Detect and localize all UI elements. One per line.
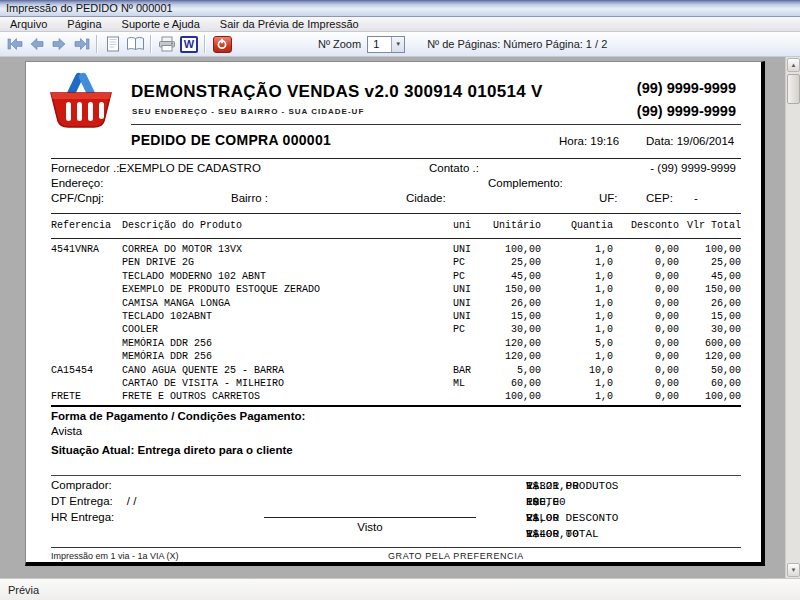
menu-pagina[interactable]: Página — [57, 17, 111, 32]
export-word-button[interactable]: W — [178, 34, 200, 55]
zoom-dropdown[interactable]: 1 ▼ — [367, 36, 405, 53]
vertical-scrollbar[interactable]: ▲ ▼ — [785, 57, 800, 578]
cell-tot: 120,00 — [679, 350, 741, 363]
cell-disc: 0,00 — [613, 243, 679, 256]
two-page-view-button[interactable] — [124, 34, 146, 55]
cell-ref — [51, 310, 122, 323]
pages-info: Nº de Páginas: Número Página: 1 / 2 — [427, 38, 607, 50]
zoom-label: Nº Zoom — [318, 38, 361, 50]
divider — [51, 405, 741, 407]
cell-qty: 1,0 — [541, 270, 613, 283]
cell-desc: TECLADO 102ABNT — [122, 310, 453, 323]
cell-ref — [51, 270, 122, 283]
cell-disc: 0,00 — [613, 297, 679, 310]
menu-sair-previa[interactable]: Sair da Prévia de Impressão — [210, 17, 369, 32]
title-bar: Impressão do PEDIDO Nº 000001 — [0, 0, 800, 17]
cell-unit: 45,00 — [483, 270, 541, 283]
cell-ref: CA15454 — [51, 364, 122, 377]
toolbar-separator — [96, 35, 98, 53]
preview-area: DEMONSTRAÇÃO VENDAS v2.0 300914 010514 V… — [0, 57, 800, 578]
company-address: SEU ENDEREÇO - SEU BAIRRO - SUA CIDADE-U… — [132, 107, 364, 116]
menu-bar: Arquivo Página Suporte e Ajuda Sair da P… — [0, 17, 800, 32]
last-page-icon — [73, 37, 90, 51]
cell-uni: UNI — [453, 283, 483, 296]
order-title: PEDIDO DE COMPRA 000001 — [131, 132, 331, 148]
totals-list: VALOR PRODUTOSR$1.321,00FRETER$100,00VAL… — [526, 478, 741, 542]
thanks-message: GRATO PELA PREFERENCIA — [388, 551, 524, 561]
cell-uni: UNI — [453, 297, 483, 310]
cell-desc: CARTAO DE VISITA - MILHEIRO — [122, 377, 453, 390]
total-row: VALOR TOTALR$1.400,00 — [526, 526, 741, 542]
comprador-label: Comprador: — [51, 479, 112, 491]
scroll-down-icon[interactable]: ▼ — [787, 563, 800, 577]
table-row: MEMÓRIA DDR 256120,005,00,00600,00 — [51, 337, 741, 350]
table-row: TECLADO MODERNO 102 ABNTPC45,001,00,0045… — [51, 270, 741, 283]
cell-desc: CANO AGUA QUENTE 25 - BARRA — [122, 364, 453, 377]
first-page-button[interactable] — [4, 34, 26, 55]
single-page-view-button[interactable] — [102, 34, 124, 55]
print-info: Impressão em 1 via - 1a VIA (X) — [51, 551, 179, 561]
menu-suporte-ajuda[interactable]: Suporte e Ajuda — [112, 17, 210, 32]
cell-uni: UNI — [453, 243, 483, 256]
cell-ref — [51, 283, 122, 296]
chevron-down-icon[interactable]: ▼ — [391, 37, 404, 52]
header-desconto: Desconto — [613, 220, 679, 231]
last-page-button[interactable] — [70, 34, 92, 55]
complemento-label: Complemento: — [488, 177, 563, 189]
status-text: Prévia — [8, 584, 39, 596]
cell-tot: 25,00 — [679, 256, 741, 269]
items-table-header: Referencia Descrição do Produto uni Unit… — [51, 220, 741, 231]
cell-tot: 150,00 — [679, 283, 741, 296]
menu-arquivo[interactable]: Arquivo — [0, 17, 57, 32]
time-value: 19:16 — [590, 135, 619, 147]
previous-page-button[interactable] — [26, 34, 48, 55]
cell-desc: PEN DRIVE 2G — [122, 256, 453, 269]
cell-unit: 25,00 — [483, 256, 541, 269]
payment-label: Forma de Pagamento / Condições Pagamento… — [51, 410, 305, 422]
table-row: CAMISA MANGA LONGAUNI26,001,00,0026,00 — [51, 297, 741, 310]
cell-disc: 0,00 — [613, 323, 679, 336]
first-page-icon — [7, 37, 24, 51]
cell-ref — [51, 350, 122, 363]
cell-disc: 0,00 — [613, 256, 679, 269]
visto-signature-line: Visto — [264, 517, 476, 533]
export-word-icon: W — [180, 36, 198, 53]
cell-unit: 5,00 — [483, 364, 541, 377]
cell-disc: 0,00 — [613, 270, 679, 283]
hr-entrega-label: HR Entrega: — [51, 511, 114, 523]
scroll-up-icon[interactable]: ▲ — [787, 58, 800, 72]
fornecedor-label: Fornecedor .: — [51, 162, 119, 174]
cell-ref — [51, 377, 122, 390]
divider — [51, 238, 741, 239]
cell-uni: PC — [453, 256, 483, 269]
basket-logo-icon — [46, 69, 116, 129]
scrollbar-thumb[interactable] — [787, 74, 800, 104]
cell-unit: 26,00 — [483, 297, 541, 310]
table-row: 4541VNRACORREA DO MOTOR 13VXUNI100,001,0… — [51, 243, 741, 256]
header-vlr-total: Vlr Total — [679, 220, 741, 231]
endereco-label: Endereço: — [51, 177, 103, 189]
cell-uni — [453, 350, 483, 363]
cell-qty: 1,0 — [541, 323, 613, 336]
cell-desc: CAMISA MANGA LONGA — [122, 297, 453, 310]
contato-label: Contato .: — [429, 162, 479, 174]
cell-ref — [51, 256, 122, 269]
close-preview-button[interactable] — [210, 34, 234, 55]
divider — [131, 124, 741, 125]
next-page-button[interactable] — [48, 34, 70, 55]
cell-tot: 100,00 — [679, 243, 741, 256]
cell-unit: 100,00 — [483, 390, 541, 403]
cell-tot: 15,00 — [679, 310, 741, 323]
cell-tot: 600,00 — [679, 337, 741, 350]
cell-qty: 1,0 — [541, 256, 613, 269]
header-quantia: Quantia — [541, 220, 613, 231]
header-unitario: Unitário — [483, 220, 541, 231]
cell-disc: 0,00 — [613, 337, 679, 350]
cell-desc: MEMÓRIA DDR 256 — [122, 350, 453, 363]
uf-label: UF: — [599, 192, 618, 204]
order-time: Hora: 19:16 — [559, 135, 619, 147]
cell-desc: TECLADO MODERNO 102 ABNT — [122, 270, 453, 283]
table-row: FRETEFRETE E OUTROS CARRETOS100,001,00,0… — [51, 390, 741, 403]
cell-qty: 1,0 — [541, 377, 613, 390]
print-button[interactable] — [156, 34, 178, 55]
